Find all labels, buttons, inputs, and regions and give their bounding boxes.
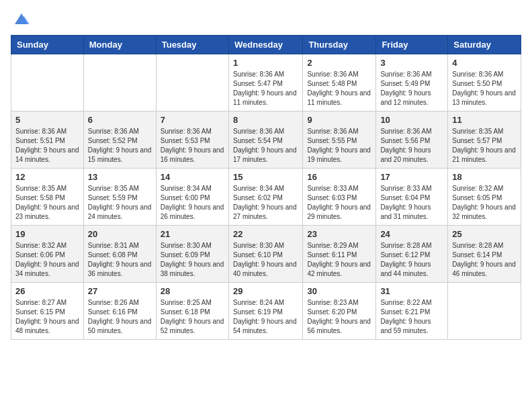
cell-info-text: Sunrise: 8:24 AM Sunset: 6:19 PM Dayligh… bbox=[233, 298, 298, 336]
calendar-cell: 11Sunrise: 8:35 AM Sunset: 5:57 PM Dayli… bbox=[448, 111, 521, 169]
cell-info-text: Sunrise: 8:36 AM Sunset: 5:55 PM Dayligh… bbox=[307, 127, 371, 165]
calendar-cell: 5Sunrise: 8:36 AM Sunset: 5:51 PM Daylig… bbox=[11, 111, 84, 169]
weekday-header-sunday: Sunday bbox=[11, 36, 84, 54]
calendar-cell bbox=[156, 54, 228, 111]
cell-info-text: Sunrise: 8:25 AM Sunset: 6:18 PM Dayligh… bbox=[161, 298, 224, 336]
calendar-cell: 31Sunrise: 8:22 AM Sunset: 6:21 PM Dayli… bbox=[376, 283, 448, 340]
cell-day-number: 16 bbox=[307, 172, 371, 182]
cell-day-number: 24 bbox=[380, 229, 443, 239]
calendar-cell bbox=[11, 54, 84, 111]
weekday-header-wednesday: Wednesday bbox=[228, 36, 302, 54]
cell-day-number: 29 bbox=[233, 286, 298, 296]
calendar-cell: 4Sunrise: 8:36 AM Sunset: 5:50 PM Daylig… bbox=[448, 54, 521, 111]
cell-day-number: 4 bbox=[452, 58, 517, 68]
cell-day-number: 2 bbox=[307, 58, 371, 68]
logo bbox=[11, 11, 30, 27]
cell-info-text: Sunrise: 8:28 AM Sunset: 6:12 PM Dayligh… bbox=[380, 241, 443, 279]
cell-info-text: Sunrise: 8:36 AM Sunset: 5:51 PM Dayligh… bbox=[15, 127, 79, 165]
cell-day-number: 27 bbox=[88, 286, 152, 296]
cell-info-text: Sunrise: 8:36 AM Sunset: 5:54 PM Dayligh… bbox=[233, 127, 298, 165]
calendar-cell: 1Sunrise: 8:36 AM Sunset: 5:47 PM Daylig… bbox=[228, 54, 302, 111]
calendar-cell: 24Sunrise: 8:28 AM Sunset: 6:12 PM Dayli… bbox=[376, 226, 448, 283]
cell-info-text: Sunrise: 8:36 AM Sunset: 5:47 PM Dayligh… bbox=[233, 70, 298, 107]
weekday-header-monday: Monday bbox=[83, 36, 156, 54]
cell-day-number: 23 bbox=[307, 229, 371, 239]
calendar-cell: 9Sunrise: 8:36 AM Sunset: 5:55 PM Daylig… bbox=[303, 111, 376, 169]
calendar-week-row: 19Sunrise: 8:32 AM Sunset: 6:06 PM Dayli… bbox=[11, 226, 521, 283]
cell-info-text: Sunrise: 8:27 AM Sunset: 6:15 PM Dayligh… bbox=[15, 298, 79, 336]
cell-info-text: Sunrise: 8:36 AM Sunset: 5:48 PM Dayligh… bbox=[307, 70, 371, 107]
cell-info-text: Sunrise: 8:32 AM Sunset: 6:06 PM Dayligh… bbox=[15, 241, 79, 279]
cell-info-text: Sunrise: 8:34 AM Sunset: 6:02 PM Dayligh… bbox=[233, 184, 298, 222]
cell-info-text: Sunrise: 8:36 AM Sunset: 5:52 PM Dayligh… bbox=[88, 127, 152, 165]
cell-info-text: Sunrise: 8:35 AM Sunset: 5:57 PM Dayligh… bbox=[452, 127, 517, 165]
cell-day-number: 5 bbox=[15, 115, 79, 125]
cell-info-text: Sunrise: 8:31 AM Sunset: 6:08 PM Dayligh… bbox=[88, 241, 152, 279]
calendar-cell: 3Sunrise: 8:36 AM Sunset: 5:49 PM Daylig… bbox=[376, 54, 448, 111]
cell-info-text: Sunrise: 8:36 AM Sunset: 5:50 PM Dayligh… bbox=[452, 70, 517, 107]
calendar-cell: 28Sunrise: 8:25 AM Sunset: 6:18 PM Dayli… bbox=[156, 283, 228, 340]
cell-day-number: 22 bbox=[233, 229, 298, 239]
cell-info-text: Sunrise: 8:34 AM Sunset: 6:00 PM Dayligh… bbox=[161, 184, 224, 222]
cell-info-text: Sunrise: 8:28 AM Sunset: 6:14 PM Dayligh… bbox=[452, 241, 517, 279]
cell-day-number: 14 bbox=[161, 172, 224, 182]
cell-day-number: 28 bbox=[161, 286, 224, 296]
cell-day-number: 11 bbox=[452, 115, 517, 125]
cell-day-number: 12 bbox=[15, 172, 79, 182]
cell-info-text: Sunrise: 8:36 AM Sunset: 5:49 PM Dayligh… bbox=[380, 70, 443, 107]
cell-day-number: 10 bbox=[380, 115, 443, 125]
cell-info-text: Sunrise: 8:26 AM Sunset: 6:16 PM Dayligh… bbox=[88, 298, 152, 336]
calendar-cell: 26Sunrise: 8:27 AM Sunset: 6:15 PM Dayli… bbox=[11, 283, 84, 340]
cell-day-number: 17 bbox=[380, 172, 443, 182]
cell-day-number: 21 bbox=[161, 229, 224, 239]
calendar-cell: 25Sunrise: 8:28 AM Sunset: 6:14 PM Dayli… bbox=[448, 226, 521, 283]
cell-info-text: Sunrise: 8:30 AM Sunset: 6:09 PM Dayligh… bbox=[161, 241, 224, 279]
calendar-cell: 29Sunrise: 8:24 AM Sunset: 6:19 PM Dayli… bbox=[228, 283, 302, 340]
weekday-header-thursday: Thursday bbox=[303, 36, 376, 54]
cell-info-text: Sunrise: 8:29 AM Sunset: 6:11 PM Dayligh… bbox=[307, 241, 371, 279]
cell-info-text: Sunrise: 8:33 AM Sunset: 6:04 PM Dayligh… bbox=[380, 184, 443, 222]
cell-info-text: Sunrise: 8:22 AM Sunset: 6:21 PM Dayligh… bbox=[380, 298, 443, 336]
cell-day-number: 3 bbox=[380, 58, 443, 68]
calendar-cell: 8Sunrise: 8:36 AM Sunset: 5:54 PM Daylig… bbox=[228, 111, 302, 169]
cell-info-text: Sunrise: 8:36 AM Sunset: 5:53 PM Dayligh… bbox=[161, 127, 224, 165]
weekday-header-tuesday: Tuesday bbox=[156, 36, 228, 54]
cell-info-text: Sunrise: 8:32 AM Sunset: 6:05 PM Dayligh… bbox=[452, 184, 517, 222]
weekday-header-row: SundayMondayTuesdayWednesdayThursdayFrid… bbox=[11, 36, 521, 54]
weekday-header-saturday: Saturday bbox=[448, 36, 521, 54]
cell-day-number: 1 bbox=[233, 58, 298, 68]
cell-day-number: 8 bbox=[233, 115, 298, 125]
calendar-cell bbox=[448, 283, 521, 340]
cell-info-text: Sunrise: 8:23 AM Sunset: 6:20 PM Dayligh… bbox=[307, 298, 371, 336]
calendar-cell: 22Sunrise: 8:30 AM Sunset: 6:10 PM Dayli… bbox=[228, 226, 302, 283]
calendar-week-row: 5Sunrise: 8:36 AM Sunset: 5:51 PM Daylig… bbox=[11, 111, 521, 169]
calendar-week-row: 26Sunrise: 8:27 AM Sunset: 6:15 PM Dayli… bbox=[11, 283, 521, 340]
cell-day-number: 31 bbox=[380, 286, 443, 296]
cell-info-text: Sunrise: 8:36 AM Sunset: 5:56 PM Dayligh… bbox=[380, 127, 443, 165]
calendar-cell: 17Sunrise: 8:33 AM Sunset: 6:04 PM Dayli… bbox=[376, 169, 448, 226]
page-header bbox=[11, 11, 521, 27]
cell-day-number: 25 bbox=[452, 229, 517, 239]
weekday-header-friday: Friday bbox=[376, 36, 448, 54]
calendar-cell bbox=[83, 54, 156, 111]
calendar-week-row: 1Sunrise: 8:36 AM Sunset: 5:47 PM Daylig… bbox=[11, 54, 521, 111]
calendar-table: SundayMondayTuesdayWednesdayThursdayFrid… bbox=[11, 35, 521, 340]
cell-day-number: 6 bbox=[88, 115, 152, 125]
cell-day-number: 15 bbox=[233, 172, 298, 182]
calendar-cell: 7Sunrise: 8:36 AM Sunset: 5:53 PM Daylig… bbox=[156, 111, 228, 169]
calendar-cell: 14Sunrise: 8:34 AM Sunset: 6:00 PM Dayli… bbox=[156, 169, 228, 226]
cell-day-number: 26 bbox=[15, 286, 79, 296]
calendar-cell: 2Sunrise: 8:36 AM Sunset: 5:48 PM Daylig… bbox=[303, 54, 376, 111]
cell-day-number: 13 bbox=[88, 172, 152, 182]
cell-day-number: 20 bbox=[88, 229, 152, 239]
calendar-cell: 30Sunrise: 8:23 AM Sunset: 6:20 PM Dayli… bbox=[303, 283, 376, 340]
cell-day-number: 7 bbox=[161, 115, 224, 125]
cell-day-number: 18 bbox=[452, 172, 517, 182]
calendar-cell: 13Sunrise: 8:35 AM Sunset: 5:59 PM Dayli… bbox=[83, 169, 156, 226]
calendar-cell: 19Sunrise: 8:32 AM Sunset: 6:06 PM Dayli… bbox=[11, 226, 84, 283]
cell-day-number: 30 bbox=[307, 286, 371, 296]
calendar-cell: 20Sunrise: 8:31 AM Sunset: 6:08 PM Dayli… bbox=[83, 226, 156, 283]
cell-info-text: Sunrise: 8:30 AM Sunset: 6:10 PM Dayligh… bbox=[233, 241, 298, 279]
calendar-cell: 15Sunrise: 8:34 AM Sunset: 6:02 PM Dayli… bbox=[228, 169, 302, 226]
calendar-cell: 21Sunrise: 8:30 AM Sunset: 6:09 PM Dayli… bbox=[156, 226, 228, 283]
